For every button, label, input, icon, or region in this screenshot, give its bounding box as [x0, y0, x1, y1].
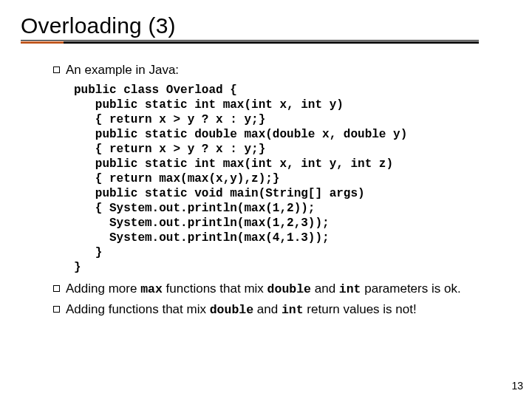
bullet-text: Adding functions that mix double and int…: [66, 301, 511, 318]
inline-code: int: [282, 303, 304, 317]
bullet-text: An example in Java:: [66, 62, 511, 78]
inline-code: double: [210, 303, 253, 317]
bullet-item: Adding functions that mix double and int…: [53, 301, 511, 318]
slide-body: An example in Java: public class Overloa…: [21, 62, 511, 318]
text-run: and: [253, 302, 282, 316]
page-number: 13: [511, 380, 523, 392]
bullet-item: An example in Java:: [53, 62, 511, 78]
text-run: and: [311, 282, 339, 296]
text-run: parameters is ok.: [361, 282, 461, 296]
slide-title: Overloading (3): [21, 13, 511, 38]
inline-code: max: [140, 282, 163, 296]
bullet-icon: [53, 285, 60, 292]
rule-accent: [21, 41, 64, 44]
title-underline: [21, 40, 479, 43]
rule-thick: [21, 41, 479, 44]
inline-code: int: [339, 282, 361, 296]
text-run: Adding more: [66, 282, 140, 296]
rule-thin: [21, 40, 479, 41]
code-block: public class Overload { public static in…: [74, 83, 511, 275]
text-run: functions that mix: [163, 282, 267, 296]
bullet-item: Adding more max functions that mix doubl…: [53, 281, 511, 297]
text-run: return values is not!: [304, 302, 417, 316]
bullet-text: Adding more max functions that mix doubl…: [66, 281, 511, 297]
inline-code: double: [267, 282, 311, 296]
bullet-icon: [53, 66, 60, 73]
bullet-icon: [53, 306, 60, 313]
slide: Overloading (3) An example in Java: publ…: [0, 0, 532, 399]
title-block: Overloading (3): [21, 13, 511, 47]
text-run: Adding functions that mix: [66, 302, 210, 316]
